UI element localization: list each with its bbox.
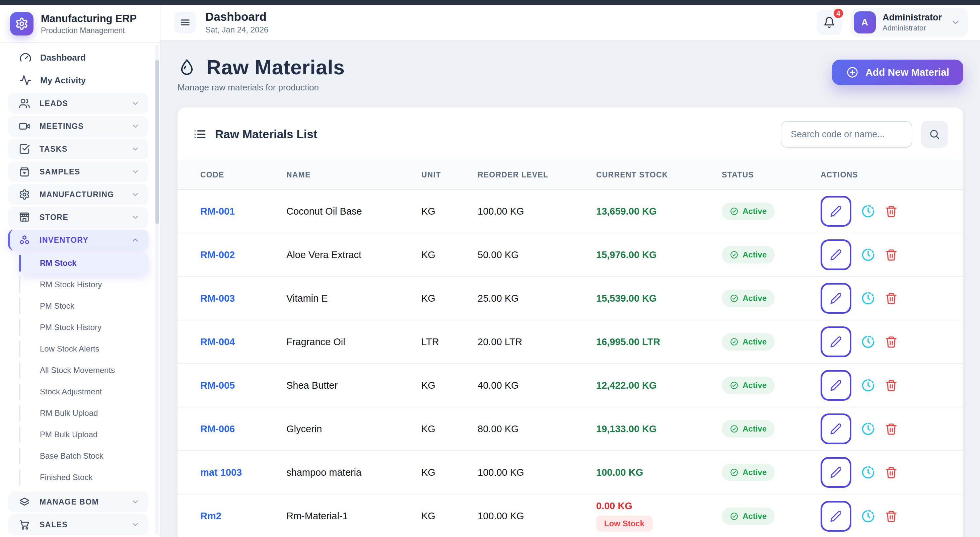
- edit-button[interactable]: [821, 326, 851, 357]
- top-header: Dashboard Sat, Jan 24, 2026 4 A Administ…: [161, 5, 980, 41]
- current-stock: 19,133.00 KG: [596, 424, 657, 434]
- table-row: RM-004 Fragrance Oil LTR 20.00 LTR 16,99…: [178, 320, 963, 364]
- history-button[interactable]: [861, 248, 875, 262]
- user-name: Administrator: [883, 13, 942, 23]
- reorder-level: 20.00 LTR: [477, 320, 596, 364]
- subitem-label: RM Bulk Upload: [40, 408, 98, 418]
- history-button[interactable]: [861, 334, 875, 349]
- material-code-link[interactable]: RM-004: [200, 337, 235, 348]
- subitem-all-stock-movements[interactable]: All Stock Movements: [19, 359, 148, 381]
- delete-button[interactable]: [885, 335, 897, 348]
- material-code-link[interactable]: RM-001: [200, 206, 235, 217]
- section-label: STORE: [40, 213, 68, 222]
- gear-icon: [19, 189, 30, 200]
- edit-button[interactable]: [821, 370, 851, 401]
- sidebar-section-manufacturing[interactable]: MANUFACTURING: [8, 184, 148, 205]
- material-code-link[interactable]: RM-006: [200, 424, 235, 435]
- check-square-icon: [19, 143, 30, 155]
- video-icon: [19, 121, 30, 132]
- delete-button[interactable]: [885, 466, 897, 479]
- trash-icon: [885, 466, 897, 479]
- delete-button[interactable]: [885, 205, 897, 218]
- delete-button[interactable]: [885, 292, 897, 305]
- delete-button[interactable]: [885, 423, 897, 435]
- subitem-label: Low Stock Alerts: [40, 344, 99, 354]
- history-button[interactable]: [861, 421, 875, 436]
- list-icon: [193, 127, 206, 141]
- sidebar-item-dashboard[interactable]: Dashboard: [8, 46, 148, 69]
- history-button[interactable]: [861, 291, 875, 306]
- subitem-base-batch-stock[interactable]: Base Batch Stock: [19, 445, 148, 467]
- subitem-pm-bulk-upload[interactable]: PM Bulk Upload: [19, 424, 148, 445]
- history-button[interactable]: [861, 465, 875, 480]
- delete-button[interactable]: [885, 510, 897, 523]
- subitem-label: Finished Stock: [40, 473, 92, 482]
- table-row: mat 1003 shampoo materia KG 100.00 KG 10…: [178, 451, 963, 494]
- sidebar-section-meetings[interactable]: MEETINGS: [8, 116, 148, 137]
- subitem-pm-stock[interactable]: PM Stock: [19, 295, 148, 317]
- material-code-link[interactable]: RM-003: [200, 293, 235, 304]
- history-button[interactable]: [861, 509, 875, 524]
- users-icon: [19, 98, 30, 109]
- cart-icon: [19, 519, 30, 530]
- store-icon: [19, 211, 30, 223]
- gear-icon: [15, 17, 29, 30]
- table-row: RM-006 Glycerin KG 80.00 KG 19,133.00 KG…: [178, 407, 963, 451]
- trash-icon: [885, 423, 897, 435]
- material-unit: KG: [422, 451, 477, 494]
- sidebar-item-my-activity[interactable]: My Activity: [8, 69, 148, 92]
- edit-button[interactable]: [821, 413, 851, 444]
- sidebar-section-tasks[interactable]: TASKS: [8, 138, 148, 159]
- droplet-icon: [178, 57, 196, 77]
- edit-button[interactable]: [821, 457, 851, 488]
- add-new-material-button[interactable]: Add New Material: [832, 60, 963, 85]
- check-circle-icon: [730, 207, 738, 216]
- inventory-submenu: RM Stock RM Stock History PM Stock PM St…: [19, 253, 148, 488]
- subitem-finished-stock[interactable]: Finished Stock: [19, 467, 148, 488]
- chevron-down-icon: [131, 497, 140, 506]
- subitem-rm-stock-history[interactable]: RM Stock History: [19, 274, 148, 295]
- subitem-rm-bulk-upload[interactable]: RM Bulk Upload: [19, 402, 148, 424]
- sidebar-section-manage-bom[interactable]: MANAGE BOM: [8, 491, 148, 512]
- notifications-button[interactable]: 4: [817, 10, 842, 35]
- sidebar-section-samples[interactable]: SAMPLES: [8, 161, 148, 182]
- sidebar-section-inventory[interactable]: INVENTORY: [8, 230, 148, 250]
- check-circle-icon: [730, 381, 738, 390]
- user-menu[interactable]: A Administrator Administrator: [850, 8, 968, 37]
- material-code-link[interactable]: RM-002: [200, 249, 235, 261]
- sidebar-item-label: My Activity: [40, 75, 86, 86]
- section-label: MANAGE BOM: [40, 497, 99, 507]
- delete-button[interactable]: [885, 379, 897, 392]
- material-code-link[interactable]: mat 1003: [200, 467, 242, 478]
- subitem-low-stock-alerts[interactable]: Low Stock Alerts: [19, 338, 148, 359]
- edit-button[interactable]: [821, 501, 851, 532]
- sidebar-section-sales[interactable]: SALES: [8, 514, 148, 535]
- app-root: Manufacturing ERP Production Management …: [0, 0, 980, 537]
- edit-button[interactable]: [821, 239, 851, 270]
- sidebar-scrollbar-thumb[interactable]: [155, 60, 159, 224]
- search-button[interactable]: [921, 121, 948, 148]
- column-header-name: NAME: [286, 160, 422, 189]
- sidebar-toggle-button[interactable]: [175, 12, 196, 33]
- history-button[interactable]: [861, 378, 875, 393]
- edit-button[interactable]: [821, 283, 851, 314]
- trash-icon: [885, 248, 897, 261]
- material-code-link[interactable]: RM-005: [200, 380, 235, 391]
- current-date: Sat, Jan 24, 2026: [205, 25, 268, 35]
- gauge-icon: [19, 52, 32, 64]
- sidebar-section-leads[interactable]: LEADS: [8, 93, 148, 114]
- sidebar-section-store[interactable]: STORE: [8, 207, 148, 228]
- history-button[interactable]: [861, 204, 875, 219]
- column-header-stock: CURRENT STOCK: [596, 160, 722, 189]
- material-code-link[interactable]: Rm2: [200, 510, 221, 522]
- subitem-rm-stock[interactable]: RM Stock: [19, 253, 148, 274]
- material-name: Fragrance Oil: [286, 320, 422, 364]
- search-input[interactable]: [781, 121, 912, 148]
- subitem-stock-adjustment[interactable]: Stock Adjustment: [19, 381, 148, 402]
- material-unit: KG: [422, 233, 477, 276]
- delete-button[interactable]: [885, 248, 897, 261]
- material-name: Coconut Oil Base: [286, 189, 422, 233]
- edit-button[interactable]: [821, 196, 851, 227]
- page-content: Raw Materials Manage raw materials for p…: [161, 41, 980, 537]
- subitem-pm-stock-history[interactable]: PM Stock History: [19, 317, 148, 338]
